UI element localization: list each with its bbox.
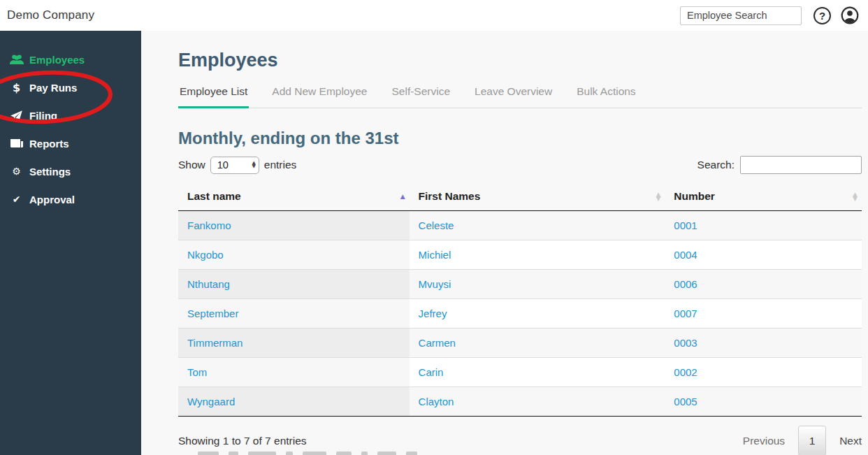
column-header-last-name[interactable]: Last name▲: [178, 182, 410, 211]
employee-number-link[interactable]: 0006: [674, 278, 697, 290]
table-search-control: Search:: [697, 156, 862, 174]
sidebar-item-label: Settings: [29, 166, 71, 178]
employee-search-input[interactable]: [680, 6, 802, 25]
cell-first-name: Carin: [410, 358, 665, 387]
employee-number-link[interactable]: 0005: [674, 396, 697, 407]
employee-number-link[interactable]: 0007: [674, 308, 697, 319]
sort-ascending-icon: ▲: [400, 194, 405, 198]
cell-number: 0003: [665, 328, 862, 358]
employee-last-name-link[interactable]: Tom: [187, 366, 207, 378]
pay-frequency-heading: Monthly, ending on the 31st: [178, 129, 862, 148]
employee-last-name-link[interactable]: Timmerman: [187, 337, 243, 349]
entries-select-value: 10: [217, 159, 229, 171]
cell-last-name: Nthutang: [178, 270, 410, 299]
page-title: Employees: [178, 50, 862, 71]
cell-number: 0007: [665, 299, 862, 328]
table-search-input[interactable]: [740, 156, 862, 174]
cell-number: 0002: [665, 358, 862, 387]
employee-first-name-link[interactable]: Mvuysi: [419, 278, 451, 290]
gear-icon: ⚙: [9, 166, 24, 177]
cell-first-name: Jefrey: [410, 299, 665, 328]
sidebar-nav: Employees$Pay RunsFilingReports⚙Settings…: [0, 45, 141, 213]
employee-first-name-link[interactable]: Michiel: [419, 249, 451, 261]
pagination-previous-button[interactable]: Previous: [743, 435, 785, 447]
column-header-number[interactable]: Number▲▼: [665, 182, 862, 211]
table-row: FankomoCeleste0001: [178, 211, 862, 240]
sidebar-item-pay-runs[interactable]: $Pay Runs: [0, 73, 141, 101]
sidebar-item-filing[interactable]: Filing: [0, 101, 141, 129]
sidebar-item-label: Employees: [29, 54, 85, 66]
sidebar-item-label: Approval: [29, 194, 75, 205]
check-icon: ✔: [9, 194, 24, 205]
cell-first-name: Carmen: [410, 328, 665, 358]
select-stepper-icon: ▲▼: [252, 161, 255, 168]
newspaper-icon: [9, 138, 24, 148]
employee-number-link[interactable]: 0003: [674, 337, 697, 349]
main-content: Employees Employee ListAdd New EmployeeS…: [141, 31, 868, 455]
pagination-next-button[interactable]: Next: [839, 435, 862, 447]
topbar: Demo Company ?: [0, 0, 868, 31]
entries-select[interactable]: 10 ▲▼: [210, 157, 259, 174]
cutoff-content: [198, 452, 417, 455]
employee-table: Last name▲First Names▲▼Number▲▼ FankomoC…: [178, 182, 862, 417]
cell-last-name: Timmerman: [178, 328, 410, 358]
help-icon[interactable]: ?: [813, 7, 831, 24]
dollar-icon: $: [9, 81, 24, 94]
tab-leave-overview[interactable]: Leave Overview: [473, 81, 554, 108]
table-row: SeptemberJefrey0007: [178, 299, 862, 328]
cell-last-name: Wyngaard: [178, 387, 410, 417]
employee-number-link[interactable]: 0002: [674, 366, 697, 378]
tab-add-new-employee[interactable]: Add New Employee: [270, 81, 368, 108]
sidebar-item-reports[interactable]: Reports: [0, 129, 141, 157]
cell-first-name: Celeste: [410, 211, 665, 240]
employee-number-link[interactable]: 0001: [674, 219, 697, 231]
employee-first-name-link[interactable]: Jefrey: [419, 308, 447, 319]
sort-both-icon: ▲▼: [656, 192, 660, 201]
cell-first-name: Michiel: [410, 240, 665, 270]
sidebar-item-settings[interactable]: ⚙Settings: [0, 157, 141, 185]
tab-employee-list[interactable]: Employee List: [178, 81, 249, 108]
employee-last-name-link[interactable]: Nthutang: [187, 278, 230, 290]
entries-label: entries: [264, 159, 297, 171]
tab-bulk-actions[interactable]: Bulk Actions: [575, 81, 637, 108]
tab-self-service[interactable]: Self-Service: [390, 81, 451, 108]
paper-plane-icon: [9, 110, 24, 121]
cell-number: 0004: [665, 240, 862, 270]
employee-number-link[interactable]: 0004: [674, 249, 697, 261]
sidebar: Employees$Pay RunsFilingReports⚙Settings…: [0, 31, 141, 455]
table-row: WyngaardClayton0005: [178, 387, 862, 417]
user-account-icon[interactable]: [841, 6, 859, 24]
table-controls: Show 10 ▲▼ entries Search:: [178, 156, 862, 174]
cell-last-name: Nkgobo: [178, 240, 410, 270]
table-footer: Showing 1 to 7 of 7 entries Previous 1 N…: [178, 426, 862, 455]
table-row: NkgoboMichiel0004: [178, 240, 862, 270]
cell-first-name: Clayton: [410, 387, 665, 417]
column-header-first-names[interactable]: First Names▲▼: [410, 182, 665, 211]
company-name: Demo Company: [7, 8, 94, 22]
cell-number: 0005: [665, 387, 862, 417]
sort-both-icon: ▲▼: [853, 192, 858, 201]
employee-last-name-link[interactable]: Nkgobo: [187, 249, 224, 261]
employee-first-name-link[interactable]: Celeste: [419, 219, 454, 231]
employee-last-name-link[interactable]: September: [187, 308, 238, 319]
pagination: Previous 1 Next: [743, 426, 862, 455]
show-entries-control: Show 10 ▲▼ entries: [178, 157, 296, 174]
employee-first-name-link[interactable]: Carmen: [419, 337, 456, 349]
table-row: NthutangMvuysi0006: [178, 270, 862, 299]
pagination-page-1-button[interactable]: 1: [798, 426, 826, 455]
cell-last-name: Tom: [178, 358, 410, 387]
show-label: Show: [178, 159, 205, 171]
sidebar-item-label: Reports: [29, 138, 69, 150]
table-body: FankomoCeleste0001NkgoboMichiel0004Nthut…: [178, 211, 862, 417]
employee-first-name-link[interactable]: Clayton: [419, 396, 454, 407]
search-label: Search:: [697, 159, 735, 171]
cell-first-name: Mvuysi: [410, 270, 665, 299]
employee-last-name-link[interactable]: Fankomo: [187, 219, 231, 231]
cell-number: 0001: [665, 211, 862, 240]
entries-info: Showing 1 to 7 of 7 entries: [178, 435, 307, 447]
employee-last-name-link[interactable]: Wyngaard: [187, 396, 235, 407]
sidebar-item-approval[interactable]: ✔Approval: [0, 185, 141, 213]
cell-number: 0006: [665, 270, 862, 299]
employee-first-name-link[interactable]: Carin: [419, 366, 444, 378]
sidebar-item-employees[interactable]: Employees: [0, 45, 141, 73]
